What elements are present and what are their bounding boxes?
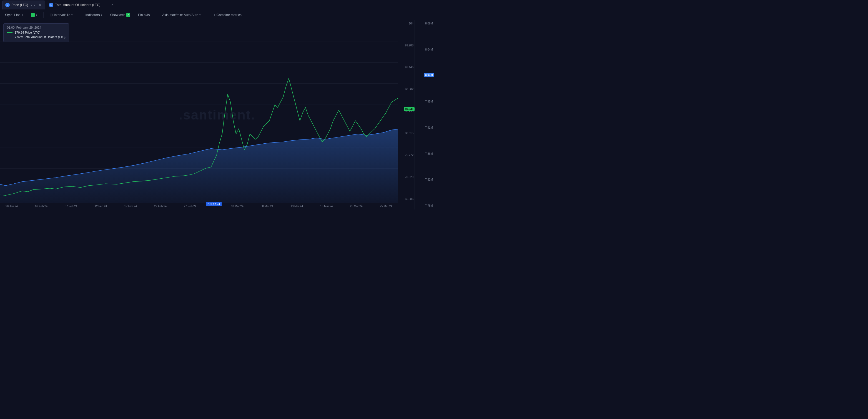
plus-icon: + <box>213 13 215 17</box>
interval-chevron: ▾ <box>71 13 73 17</box>
x-label-feb27: 27 Feb 24 <box>184 205 196 208</box>
tab-holders[interactable]: L Total Amount Of Holders (LTC) ⋯ ✕ <box>46 1 117 9</box>
divider-3 <box>156 12 156 18</box>
indicators-chevron: ▾ <box>101 13 102 17</box>
y-right-782: 7.82M <box>416 178 433 181</box>
divider-4 <box>207 12 207 18</box>
tab-price-label: Price (LTC) <box>11 3 28 7</box>
divider-2 <box>79 12 79 18</box>
color-chevron: ▾ <box>36 13 37 17</box>
interval-icon: ⊞ <box>50 13 53 17</box>
x-label-mar13: 13 Mar 24 <box>290 205 303 208</box>
price-badge-value: 89.631 <box>405 108 413 111</box>
tooltip: 01:00, February 29, 2024 $79.94 Price (L… <box>3 23 69 42</box>
tab-price-close[interactable]: ✕ <box>38 3 42 7</box>
combine-metrics-button[interactable]: + Combine metrics <box>212 12 243 18</box>
y-left-99: 99.988 <box>399 44 413 47</box>
y-left-70: 70.929 <box>399 176 413 179</box>
x-axis: 28 Jan 24 02 Feb 24 07 Feb 24 12 Feb 24 … <box>0 203 398 210</box>
x-label-mar03: 03 Mar 24 <box>231 205 244 208</box>
y-right-786: 7.86M <box>416 153 433 155</box>
style-label: Style: Line <box>5 13 21 17</box>
tooltip-holders-line <box>7 37 12 37</box>
chart-container: .santiment. 01:00, February 29, 2024 $79… <box>0 20 434 210</box>
x-label-mar23: 23 Mar 24 <box>350 205 363 208</box>
show-axis-label: Show axis <box>110 13 125 17</box>
tab-holders-close[interactable]: ✕ <box>111 3 115 7</box>
tab-price[interactable]: L Price (LTC) ⋯ ✕ <box>2 1 45 9</box>
x-label-feb22: 22 Feb 24 <box>154 205 166 208</box>
style-selector[interactable]: Style: Line ▾ <box>3 12 25 18</box>
y-right-804: 8.04M <box>416 48 433 51</box>
tab-price-menu[interactable]: ⋯ <box>30 2 36 8</box>
chart-svg <box>0 20 398 203</box>
x-label-feb12: 12 Feb 24 <box>95 205 107 208</box>
y-right-778: 7.78M <box>416 205 433 207</box>
y-right-809: 8.09M <box>416 22 433 25</box>
y-left-66: 66.086 <box>399 198 413 201</box>
interval-selector[interactable]: ⊞ Interval: 1d ▾ <box>48 12 74 18</box>
axis-chevron: ▾ <box>199 13 201 17</box>
y-left-90: 90.302 <box>399 88 413 91</box>
style-chevron: ▾ <box>22 13 23 17</box>
x-date-highlight: 29 Feb 24 <box>206 202 222 206</box>
holders-area <box>0 129 398 203</box>
y-right-795: 7.95M <box>416 100 433 103</box>
y-left-95: 95.145 <box>399 66 413 69</box>
holders-badge: 8.01M <box>424 73 434 77</box>
tooltip-holders-row: 7.92M Total Amount Of Holders (LTC) <box>7 35 65 39</box>
tooltip-price-value: $79.94 Price (LTC) <box>15 31 40 34</box>
y-left-104: 104 <box>399 22 413 25</box>
y-axis-right: 8.09M 8.04M 8M 7.95M 7.91M 7.86M 7.82M 7… <box>414 20 434 210</box>
tooltip-date: 01:00, February 29, 2024 <box>7 26 65 29</box>
show-axis-checkbox[interactable]: ✓ <box>126 13 130 17</box>
x-label-mar18: 18 Mar 24 <box>320 205 333 208</box>
indicators-label: Indicators <box>85 13 100 17</box>
toolbar: Style: Line ▾ ▾ ⊞ Interval: 1d ▾ Indicat… <box>0 10 434 20</box>
y-right-791: 7.91M <box>416 126 433 129</box>
tab-holders-icon: L <box>49 3 53 7</box>
y-left-75: 75.772 <box>399 154 413 157</box>
holders-badge-value: 8.01M <box>425 73 433 77</box>
interval-label: Interval: 1d <box>54 13 70 17</box>
axis-minmax-button[interactable]: Axis max/min: Auto/Auto ▾ <box>160 12 203 18</box>
tab-holders-menu[interactable]: ⋯ <box>102 2 109 7</box>
color-swatch <box>31 13 35 17</box>
tab-bar: L Price (LTC) ⋯ ✕ L Total Amount Of Hold… <box>0 0 434 10</box>
indicators-button[interactable]: Indicators ▾ <box>84 12 104 18</box>
x-label-feb02: 02 Feb 24 <box>35 205 48 208</box>
axis-minmax-label: Axis max/min: Auto/Auto <box>162 13 198 17</box>
pin-axis-label: Pin axis <box>138 13 150 17</box>
y-axis-left: 104 99.988 95.145 90.302 85.458 80.615 7… <box>398 20 414 203</box>
tab-price-icon: L <box>5 3 10 7</box>
show-axis-button[interactable]: Show axis ✓ <box>108 12 132 18</box>
x-label-mar25: 25 Mar 24 <box>380 205 392 208</box>
x-label-feb17: 17 Feb 24 <box>124 205 137 208</box>
tooltip-price-row: $79.94 Price (LTC) <box>7 31 65 34</box>
y-left-80: 80.615 <box>399 132 413 135</box>
x-label-mar08: 08 Mar 24 <box>261 205 273 208</box>
tab-holders-label: Total Amount Of Holders (LTC) <box>55 3 100 7</box>
combine-metrics-label: Combine metrics <box>217 13 242 17</box>
pin-axis-button[interactable]: Pin axis <box>136 12 151 18</box>
tooltip-price-line <box>7 32 12 33</box>
price-badge: 89.631 <box>404 107 414 111</box>
tooltip-holders-value: 7.92M Total Amount Of Holders (LTC) <box>15 35 65 39</box>
color-swatch-button[interactable]: ▾ <box>29 12 39 18</box>
x-label-jan28: 28 Jan 24 <box>5 205 18 208</box>
x-label-feb07: 07 Feb 24 <box>65 205 77 208</box>
